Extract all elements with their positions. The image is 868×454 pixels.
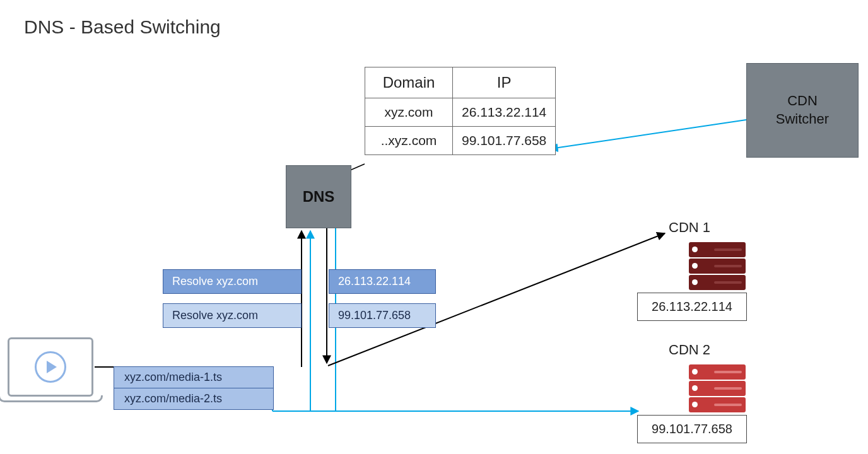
cdn2-label: CDN 2	[669, 342, 710, 358]
dns-label: DNS	[303, 188, 335, 206]
table-row: xyz.com 26.113.22.114	[365, 98, 556, 127]
page-title: DNS - Based Switching	[24, 16, 221, 38]
dns-node: DNS	[286, 165, 351, 228]
cell-domain: xyz.com	[365, 98, 453, 127]
server-icon	[689, 364, 746, 414]
table-row: ..xyz.com 99.101.77.658	[365, 127, 556, 155]
cdn-switcher-node: CDN Switcher	[746, 63, 859, 158]
th-domain: Domain	[365, 67, 453, 98]
svg-line-6	[328, 233, 665, 366]
cdn1-label: CDN 1	[669, 219, 710, 236]
svg-line-5	[350, 164, 365, 170]
cell-domain: ..xyz.com	[365, 127, 453, 155]
switcher-label: CDN Switcher	[776, 92, 829, 128]
resolve-response-2: 99.101.77.658	[329, 303, 436, 328]
server-icon	[689, 242, 746, 291]
dns-table: Domain IP xyz.com 26.113.22.114 ..xyz.co…	[365, 67, 556, 155]
th-ip: IP	[453, 67, 556, 98]
resolve-request-1: Resolve xyz.com	[163, 269, 302, 294]
resolve-response-1: 26.113.22.114	[329, 269, 436, 294]
play-icon	[35, 351, 66, 383]
cell-ip: 99.101.77.658	[453, 127, 556, 155]
cdn1-ip: 26.113.22.114	[637, 293, 747, 321]
cell-ip: 26.113.22.114	[453, 98, 556, 127]
media-url-2: xyz.com/media-2.ts	[114, 388, 273, 409]
video-player-client	[8, 337, 103, 402]
svg-line-10	[550, 120, 746, 149]
media-request-list: xyz.com/media-1.ts xyz.com/media-2.ts	[114, 366, 274, 410]
cdn2-ip: 99.101.77.658	[637, 415, 747, 443]
resolve-request-2: Resolve xyz.com	[163, 303, 302, 328]
media-url-1: xyz.com/media-1.ts	[114, 367, 273, 388]
